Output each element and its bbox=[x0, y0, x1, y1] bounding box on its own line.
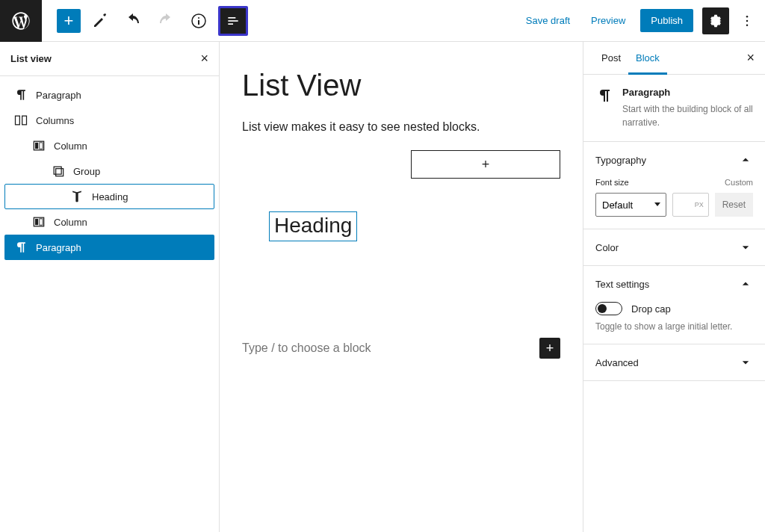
svg-rect-4 bbox=[228, 20, 238, 22]
reset-button[interactable]: Reset bbox=[715, 193, 753, 217]
edit-tools-icon[interactable] bbox=[87, 7, 114, 34]
heading-block[interactable]: Heading bbox=[269, 211, 357, 241]
columns-icon bbox=[13, 113, 28, 128]
custom-label: Custom bbox=[725, 178, 753, 187]
tree-item-label: Paragraph bbox=[36, 242, 81, 253]
settings-sidebar: Post Block × Paragraph Start with the bu… bbox=[583, 42, 765, 532]
toolbar-right-group: Save draft Preview Publish bbox=[520, 7, 765, 34]
drop-cap-desc: Toggle to show a large initial letter. bbox=[595, 321, 753, 332]
typography-header[interactable]: Typography bbox=[583, 142, 765, 178]
chevron-up-icon bbox=[738, 152, 753, 167]
drop-cap-toggle[interactable] bbox=[595, 302, 622, 315]
svg-rect-14 bbox=[54, 167, 61, 174]
text-settings-header[interactable]: Text settings bbox=[583, 266, 765, 302]
column-icon bbox=[31, 214, 46, 229]
heading-icon bbox=[69, 189, 84, 204]
tree-item-label: Paragraph bbox=[36, 90, 81, 101]
chevron-up-icon bbox=[738, 276, 753, 291]
svg-rect-3 bbox=[228, 17, 235, 19]
svg-rect-10 bbox=[22, 116, 27, 125]
tree-item-label: Column bbox=[54, 140, 87, 152]
tab-post[interactable]: Post bbox=[594, 42, 628, 74]
paragraph-icon bbox=[595, 87, 613, 105]
font-size-select[interactable]: Default bbox=[595, 193, 666, 217]
color-header[interactable]: Color bbox=[583, 229, 765, 265]
svg-point-8 bbox=[746, 24, 749, 26]
paragraph-icon bbox=[13, 87, 28, 102]
list-view-panel: List view × ParagraphColumnsColumnGroupH… bbox=[0, 42, 220, 532]
tab-block[interactable]: Block bbox=[628, 42, 667, 74]
more-menu-icon[interactable] bbox=[738, 7, 756, 34]
svg-rect-13 bbox=[40, 143, 43, 149]
advanced-header[interactable]: Advanced bbox=[583, 344, 765, 380]
undo-icon[interactable] bbox=[120, 7, 146, 34]
toolbar-left-group: + bbox=[42, 6, 248, 36]
svg-point-1 bbox=[198, 17, 199, 19]
group-icon bbox=[51, 164, 66, 179]
column-icon bbox=[31, 138, 46, 153]
top-toolbar: + Save draft Preview Publish bbox=[0, 0, 765, 42]
tree-item-label: Columns bbox=[36, 115, 74, 126]
body-paragraph[interactable]: List view makes it easy to see nested bl… bbox=[242, 120, 560, 134]
tree-item-paragraph[interactable]: Paragraph bbox=[4, 82, 214, 108]
save-draft-button[interactable]: Save draft bbox=[520, 10, 576, 31]
block-placeholder[interactable]: Type / to choose a block bbox=[242, 341, 371, 355]
tree-item-label: Column bbox=[54, 217, 87, 228]
drop-cap-label: Drop cap bbox=[631, 303, 671, 315]
svg-rect-5 bbox=[228, 23, 233, 25]
list-view-toggle-icon[interactable] bbox=[218, 6, 248, 36]
svg-rect-9 bbox=[16, 116, 20, 125]
chevron-down-icon bbox=[738, 355, 753, 370]
svg-point-7 bbox=[746, 19, 749, 22]
svg-rect-15 bbox=[56, 169, 64, 176]
tree-item-column[interactable]: Column bbox=[4, 209, 214, 235]
font-size-label: Font size bbox=[595, 178, 629, 187]
tree-item-label: Heading bbox=[92, 191, 128, 202]
svg-point-6 bbox=[746, 15, 749, 17]
settings-icon[interactable] bbox=[702, 7, 729, 34]
block-title: Paragraph bbox=[622, 87, 753, 98]
tree-item-heading[interactable]: Heading bbox=[4, 184, 214, 209]
svg-rect-17 bbox=[35, 219, 38, 225]
chevron-down-icon bbox=[738, 240, 753, 255]
tree-item-group[interactable]: Group bbox=[4, 158, 214, 184]
preview-button[interactable]: Preview bbox=[585, 10, 631, 31]
close-list-icon[interactable]: × bbox=[200, 51, 208, 66]
list-view-title: List view bbox=[10, 53, 52, 64]
redo-icon[interactable] bbox=[152, 7, 179, 34]
list-tree: ParagraphColumnsColumnGroupHeadingColumn… bbox=[0, 76, 219, 266]
page-title[interactable]: List View bbox=[242, 69, 560, 102]
close-sidebar-icon[interactable]: × bbox=[746, 50, 755, 66]
paragraph-icon bbox=[13, 240, 28, 255]
svg-rect-2 bbox=[198, 20, 199, 25]
block-desc: Start with the building block of all nar… bbox=[622, 102, 753, 129]
svg-rect-18 bbox=[40, 219, 43, 225]
info-icon[interactable] bbox=[185, 7, 212, 34]
add-block-inline-button[interactable]: + bbox=[411, 150, 560, 179]
tree-item-column[interactable]: Column bbox=[4, 133, 214, 158]
custom-size-input[interactable]: PX bbox=[672, 193, 709, 217]
add-block-trailing-button[interactable]: + bbox=[539, 338, 560, 359]
publish-button[interactable]: Publish bbox=[640, 9, 693, 32]
tree-item-label: Group bbox=[73, 166, 100, 177]
tree-item-paragraph[interactable]: Paragraph bbox=[4, 235, 214, 260]
wordpress-logo[interactable] bbox=[0, 0, 42, 42]
tree-item-columns[interactable]: Columns bbox=[4, 108, 214, 133]
add-block-button[interactable]: + bbox=[57, 9, 81, 33]
editor-canvas[interactable]: List View List view makes it easy to see… bbox=[220, 42, 583, 532]
svg-rect-12 bbox=[35, 143, 38, 149]
